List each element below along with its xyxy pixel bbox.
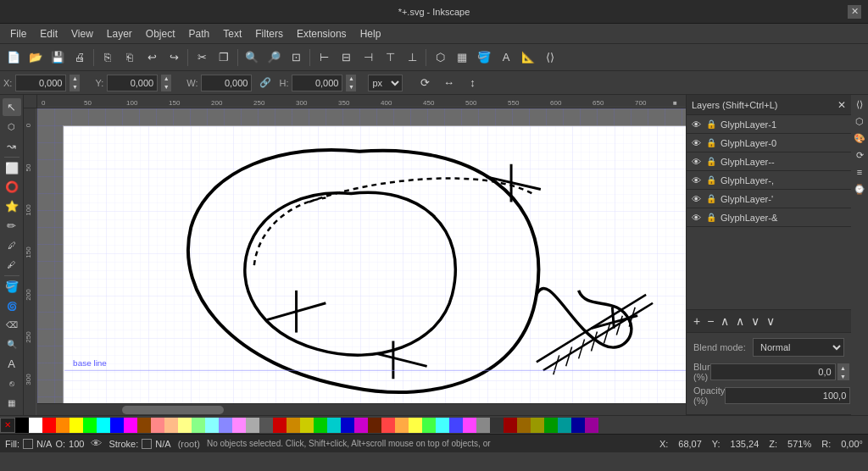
object-props-button[interactable]: ⬡ — [852, 114, 867, 129]
fill-button[interactable]: 🪣 — [474, 47, 494, 68]
color-swatch[interactable] — [327, 418, 341, 433]
undo-history-button[interactable]: ⌚ — [852, 181, 867, 197]
remove-layer-button[interactable]: − — [705, 314, 715, 328]
pencil-tool[interactable]: ✏ — [3, 217, 21, 235]
layer-lock-4[interactable]: 🔒 — [705, 193, 717, 205]
connector-tool[interactable]: ⎋ — [3, 374, 21, 392]
transform-button[interactable]: ⟳ — [415, 73, 435, 93]
menu-extensions[interactable]: Extensions — [290, 26, 353, 42]
color-swatch[interactable] — [56, 418, 70, 433]
add-layer-button[interactable]: + — [692, 314, 702, 328]
h-stepper[interactable]: ▲▼ — [346, 75, 356, 91]
duplicate-button[interactable]: ❐ — [214, 47, 234, 68]
units-select[interactable]: px mm in — [368, 75, 403, 91]
layer-lock-3[interactable]: 🔒 — [705, 175, 717, 186]
color-swatch[interactable] — [381, 418, 395, 433]
color-swatch[interactable] — [449, 418, 463, 433]
color-swatch[interactable] — [29, 418, 42, 433]
fill-tool[interactable]: 🪣 — [3, 278, 21, 296]
text-tool[interactable]: A — [3, 355, 21, 373]
color-swatch[interactable] — [70, 418, 83, 433]
color-swatch[interactable] — [476, 418, 490, 433]
color-swatch[interactable] — [517, 418, 531, 433]
save-button[interactable]: 💾 — [47, 47, 68, 68]
layers-close-button[interactable]: ✕ — [837, 99, 846, 111]
color-swatch[interactable] — [83, 418, 97, 433]
layer-eye-1[interactable]: 👁 — [690, 137, 702, 149]
color-swatch[interactable] — [246, 418, 259, 433]
blend-mode-select[interactable]: Normal Multiply Screen — [753, 338, 844, 357]
menu-text[interactable]: Text — [216, 26, 248, 42]
color-swatch[interactable] — [151, 418, 164, 433]
color-swatch[interactable] — [531, 418, 544, 433]
color-swatch[interactable] — [300, 418, 314, 433]
x-stepper[interactable]: ▲▼ — [70, 75, 80, 91]
menu-help[interactable]: Help — [353, 26, 388, 42]
color-swatch[interactable] — [354, 418, 368, 433]
layer-item-3[interactable]: 👁 🔒 GlyphLayer-, — [687, 171, 851, 190]
color-swatch[interactable] — [341, 418, 354, 433]
color-swatch[interactable] — [97, 418, 110, 433]
close-button[interactable]: ✕ — [848, 5, 861, 19]
color-swatch[interactable] — [110, 418, 124, 433]
color-swatch[interactable] — [490, 418, 504, 433]
zoom-in-button[interactable]: 🔍 — [242, 47, 262, 68]
layer-item-1[interactable]: 👁 🔒 GlyphLayer-0 — [687, 134, 851, 152]
hscroll[interactable] — [37, 403, 686, 415]
color-swatch[interactable] — [42, 418, 56, 433]
color-swatch[interactable] — [314, 418, 327, 433]
xml-button[interactable]: ⟨⟩ — [852, 97, 867, 112]
menu-filters[interactable]: Filters — [248, 26, 290, 42]
layer-lock-2[interactable]: 🔒 — [705, 156, 717, 168]
color-swatch[interactable] — [544, 418, 558, 433]
redo-button[interactable]: ↪ — [164, 47, 184, 68]
new-button[interactable]: 📄 — [3, 47, 24, 68]
cut-button[interactable]: ✂ — [192, 47, 212, 68]
flip-h-button[interactable]: ↔ — [438, 73, 459, 93]
menu-file[interactable]: File — [3, 26, 33, 42]
color-swatch[interactable] — [368, 418, 381, 433]
color-swatch[interactable] — [422, 418, 436, 433]
y-input[interactable] — [107, 75, 158, 91]
flip-v-button[interactable]: ↕ — [462, 73, 482, 93]
blur-input[interactable] — [710, 363, 836, 380]
pen-tool[interactable]: 🖊 — [3, 236, 21, 254]
color-swatch[interactable] — [15, 418, 29, 433]
layer-item-2[interactable]: 👁 🔒 GlyphLayer-- — [687, 152, 851, 171]
calligraph-tool[interactable]: 🖋 — [3, 256, 21, 274]
color-swatch[interactable] — [178, 418, 192, 433]
layer-eye-5[interactable]: 👁 — [690, 212, 702, 224]
color-swatch[interactable] — [409, 418, 422, 433]
color-swatch[interactable] — [192, 418, 205, 433]
layer-lock-5[interactable]: 🔒 — [705, 212, 717, 224]
x-input[interactable] — [15, 75, 66, 91]
color-swatch[interactable] — [232, 418, 246, 433]
layer-bottom-button[interactable]: ∨ — [765, 314, 776, 328]
ellipse-tool[interactable]: ⭕ — [3, 178, 21, 196]
align-center-button[interactable]: ⊟ — [336, 47, 356, 68]
layer-lock-0[interactable]: 🔒 — [705, 119, 717, 130]
menu-layer[interactable]: Layer — [100, 26, 139, 42]
color-swatch[interactable] — [558, 418, 571, 433]
node-button[interactable]: ⬡ — [430, 47, 450, 68]
eraser-tool[interactable]: ⌫ — [3, 317, 21, 335]
align-bottom-button[interactable]: ⊥ — [402, 47, 422, 68]
blur-stepper[interactable]: ▲ ▼ — [837, 363, 849, 380]
h-input[interactable] — [292, 75, 342, 91]
menu-path[interactable]: Path — [182, 26, 217, 42]
layer-eye-0[interactable]: 👁 — [690, 119, 702, 130]
open-button[interactable]: 📂 — [25, 47, 46, 68]
align-left-button[interactable]: ⊢ — [314, 47, 334, 68]
layer-lock-1[interactable]: 🔒 — [705, 137, 717, 149]
color-swatch[interactable] — [124, 418, 137, 433]
gradient-tool[interactable]: ▦ — [3, 394, 21, 412]
align-panel-button[interactable]: ≡ — [852, 164, 867, 180]
y-stepper[interactable]: ▲▼ — [161, 75, 171, 91]
color-swatch[interactable] — [585, 418, 598, 433]
fill-stroke-button[interactable]: 🎨 — [852, 130, 867, 146]
lock-aspect-button[interactable]: 🔗 — [255, 73, 275, 93]
node-tool[interactable]: ⬡ — [3, 118, 21, 136]
color-swatch[interactable] — [137, 418, 151, 433]
align-top-button[interactable]: ⊤ — [380, 47, 400, 68]
zoom-out-button[interactable]: 🔎 — [264, 47, 284, 68]
